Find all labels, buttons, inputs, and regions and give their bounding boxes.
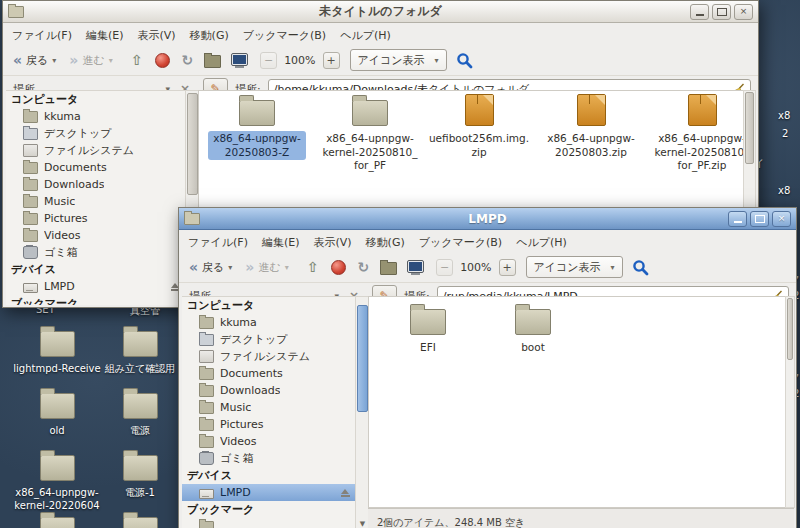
file-view[interactable]: EFI boot bbox=[368, 296, 787, 508]
scrollbar-thumb[interactable] bbox=[745, 92, 754, 164]
sidebar-item-icon bbox=[23, 213, 38, 225]
file-item[interactable]: uefiboot256m.img. zip bbox=[424, 93, 534, 160]
sidebar-item[interactable]: デバイス bbox=[6, 261, 185, 278]
desktop-icon[interactable]: 電源-1 bbox=[94, 455, 186, 499]
sidebar-item[interactable]: Music bbox=[6, 193, 185, 210]
sidebar-item[interactable]: ゴミ箱 bbox=[6, 244, 185, 261]
maximize-button[interactable] bbox=[712, 4, 731, 20]
sidebar-item[interactable]: Pictures bbox=[6, 210, 185, 227]
sidebar-item[interactable]: Videos bbox=[182, 433, 355, 450]
back-button[interactable]: « 戻る ▾ bbox=[10, 52, 59, 69]
menu-item[interactable]: ヘルプ(H) bbox=[516, 235, 567, 250]
sidebar-item[interactable]: LMPD bbox=[6, 278, 185, 295]
desktop-icon-label-partial[interactable]: 2 bbox=[782, 128, 788, 139]
minimize-button[interactable] bbox=[728, 211, 747, 227]
back-history-caret-icon[interactable]: ▾ bbox=[228, 263, 232, 272]
sidebar-item[interactable]: デスクトップ bbox=[6, 125, 185, 142]
scrollbar-thumb[interactable] bbox=[787, 298, 793, 360]
up-button[interactable]: ⇧ bbox=[131, 53, 143, 67]
reload-button[interactable]: ↻ bbox=[181, 52, 193, 68]
search-icon[interactable] bbox=[632, 259, 649, 276]
zoom-out-button[interactable]: − bbox=[260, 52, 277, 69]
computer-button[interactable] bbox=[407, 260, 424, 273]
forward-history-caret-icon[interactable]: ▾ bbox=[285, 263, 289, 272]
sidebar-item[interactable]: Pictures bbox=[182, 416, 355, 433]
menu-item[interactable]: ブックマーク(B) bbox=[419, 235, 502, 250]
desktop-icon[interactable]: lightmpd-Receive bbox=[11, 331, 103, 375]
desktop-icon[interactable]: x86_64-upnpgw- kernel-20220604 bbox=[11, 455, 103, 512]
menu-item[interactable]: 編集(E) bbox=[86, 28, 124, 43]
home-button[interactable] bbox=[380, 262, 397, 275]
sidebar-item[interactable]: Downloads bbox=[6, 176, 185, 193]
scrollbar-thumb[interactable] bbox=[357, 305, 368, 412]
sidebar-item[interactable]: Videos bbox=[6, 227, 185, 244]
file-item[interactable]: EFI bbox=[383, 302, 473, 356]
home-button[interactable] bbox=[204, 55, 221, 68]
file-item[interactable]: x86_64-upnpgw- 20250803.zip bbox=[536, 93, 646, 160]
sidebar-item[interactable]: コンピュータ bbox=[182, 297, 355, 314]
sidebar-item[interactable]: コンピュータ bbox=[6, 91, 185, 108]
menu-item[interactable]: ファイル(F) bbox=[12, 28, 72, 43]
zoom-in-button[interactable]: + bbox=[499, 259, 516, 276]
zoom-in-button[interactable]: + bbox=[323, 52, 340, 69]
sidebar-item[interactable]: LMPD bbox=[182, 484, 355, 501]
desktop-icon[interactable]: 電源 bbox=[94, 393, 186, 437]
back-button[interactable]: « 戻る ▾ bbox=[186, 259, 235, 276]
sidebar-item[interactable]: Documents bbox=[182, 365, 355, 382]
stop-button[interactable] bbox=[155, 53, 170, 68]
menu-item[interactable]: 移動(G) bbox=[190, 28, 229, 43]
sidebar-item[interactable]: Documents bbox=[6, 159, 185, 176]
sidebar-item[interactable]: Music bbox=[182, 399, 355, 416]
sidebar-item[interactable]: ブックマーク bbox=[182, 501, 355, 518]
computer-button[interactable] bbox=[231, 53, 248, 66]
close-button[interactable]: × bbox=[734, 4, 753, 20]
sidebar-item[interactable]: ゴミ箱 bbox=[182, 450, 355, 467]
menu-item[interactable]: ブックマーク(B) bbox=[243, 28, 326, 43]
file-item[interactable]: x86_64-upnpgw- kernel-20250810_ for_PF.z… bbox=[647, 93, 745, 174]
desktop-icon[interactable]: 組み立て確認用 bbox=[94, 331, 186, 375]
desktop-icon[interactable] bbox=[11, 517, 103, 528]
menu-item[interactable]: 表示(V) bbox=[314, 235, 352, 250]
sidebar-item[interactable] bbox=[182, 518, 355, 528]
reload-button[interactable]: ↻ bbox=[357, 259, 369, 275]
minimize-button[interactable] bbox=[690, 4, 709, 20]
forward-button[interactable]: » 進む ▾ bbox=[242, 259, 291, 276]
desktop-icon[interactable]: old bbox=[11, 393, 103, 437]
desktop-icon[interactable] bbox=[94, 517, 186, 528]
eject-icon[interactable] bbox=[341, 489, 350, 497]
sidebar-item[interactable]: デスクトップ bbox=[182, 331, 355, 348]
fileview-scrollbar[interactable] bbox=[785, 296, 795, 508]
scrollbar-thumb[interactable] bbox=[187, 93, 198, 195]
zoom-out-button[interactable]: − bbox=[436, 259, 453, 276]
menu-item[interactable]: 表示(V) bbox=[138, 28, 176, 43]
menu-item[interactable]: ヘルプ(H) bbox=[340, 28, 391, 43]
sidebar-item[interactable]: デバイス bbox=[182, 467, 355, 484]
titlebar[interactable]: LMPD × bbox=[179, 208, 796, 230]
view-mode-combo[interactable]: アイコン表示 ▾ bbox=[526, 256, 623, 278]
titlebar[interactable]: 未タイトルのフォルダ × bbox=[3, 1, 758, 23]
sidebar-item[interactable]: Downloads bbox=[182, 382, 355, 399]
sidebar-scrollbar[interactable]: ▼ bbox=[355, 296, 369, 528]
sidebar-item[interactable]: ファイルシステム bbox=[6, 142, 185, 159]
view-mode-combo[interactable]: アイコン表示 ▾ bbox=[350, 49, 447, 71]
close-button[interactable]: × bbox=[772, 211, 791, 227]
up-button[interactable]: ⇧ bbox=[307, 260, 319, 274]
forward-history-caret-icon[interactable]: ▾ bbox=[109, 56, 113, 65]
desktop-icon-label-partial[interactable]: x8 bbox=[778, 185, 790, 196]
stop-button[interactable] bbox=[331, 260, 346, 275]
sidebar-item[interactable]: ファイルシステム bbox=[182, 348, 355, 365]
sidebar-item[interactable]: ブックマーク bbox=[6, 295, 185, 305]
file-item[interactable]: boot bbox=[488, 302, 578, 356]
file-item[interactable]: x86_64-upnpgw- 20250803-Z bbox=[202, 93, 312, 160]
maximize-button[interactable] bbox=[750, 211, 769, 227]
menu-item[interactable]: 移動(G) bbox=[366, 235, 405, 250]
search-icon[interactable] bbox=[456, 52, 473, 69]
sidebar-item[interactable]: kkuma bbox=[182, 314, 355, 331]
forward-button[interactable]: » 進む ▾ bbox=[66, 52, 115, 69]
desktop-icon-label-partial[interactable]: x8 bbox=[778, 110, 790, 121]
file-item[interactable]: x86_64-upnpgw- kernel-20250810_ for_PF bbox=[315, 93, 425, 174]
sidebar-item[interactable]: kkuma bbox=[6, 108, 185, 125]
menu-item[interactable]: ファイル(F) bbox=[188, 235, 248, 250]
menu-item[interactable]: 編集(E) bbox=[262, 235, 300, 250]
back-history-caret-icon[interactable]: ▾ bbox=[52, 56, 56, 65]
